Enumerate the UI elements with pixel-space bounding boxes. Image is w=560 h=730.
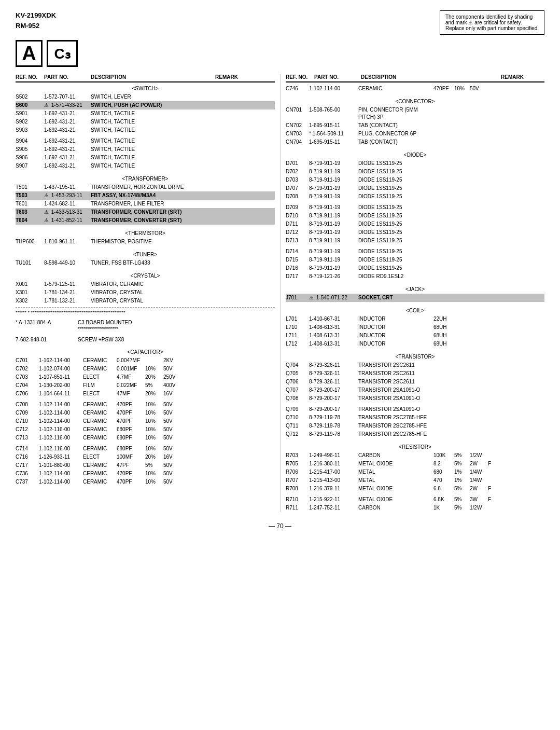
section-header: <CRYSTAL>	[16, 273, 275, 279]
spacer	[16, 225, 275, 227]
spacer	[286, 348, 544, 351]
table-row: C7131-102-116-00CERAMIC680PF10%50V	[16, 434, 275, 442]
table-row: R7101-215-922-11METAL OXIDE6.8K5%3WF	[286, 495, 544, 504]
table-row: T604⚠ 1-431-852-11TRANSFORMER, CONVERTER…	[16, 216, 275, 225]
separator-line	[16, 307, 275, 308]
table-row: T503⚠ 1-453-293-11FBT ASSY, NX-1748//M3A…	[16, 191, 275, 200]
section-header: <CONNECTOR>	[286, 99, 544, 104]
spacer	[286, 281, 544, 283]
submodel-number: RM-952	[16, 21, 56, 31]
table-row: L7101-408-613-31INDUCTOR68UH	[286, 323, 544, 332]
table-row: D7148-719-911-19DIODE 1SS119-25	[286, 247, 544, 256]
table-row: TU1018-598-449-10TUNER, FSS BTF-LG433	[16, 259, 275, 267]
table-row: C7101-102-114-00CERAMIC470PF10%50V	[16, 417, 275, 425]
table-row: X3011-781-134-21VIBRATOR, CRYSTAL	[16, 288, 275, 297]
section-header: <TRANSFORMER>	[16, 176, 275, 182]
section-header: <THERMISTOR>	[16, 230, 275, 236]
table-row: Q7078-729-200-17TRANSISTOR 2SA1091-O	[286, 386, 544, 394]
table-row: D7138-719-911-19DIODE 1SS119-25	[286, 237, 544, 245]
table-row: R7031-249-496-11CARBON100K5%1/2W	[286, 451, 544, 460]
spacer	[16, 170, 275, 173]
table-row: C7081-102-114-00CERAMIC470PF10%50V	[16, 401, 275, 409]
left-col-headers: REF. NO. PART NO. DESCRIPTION REMARK	[16, 74, 275, 82]
table-row: S9051-692-431-21SWITCH, TACTILE	[16, 145, 275, 154]
table-row: Q7068-729-326-11TRANSISTOR 2SC2611	[286, 378, 544, 386]
section-header: <CAPACITOR>	[16, 349, 275, 355]
section-header: <RESISTOR>	[286, 444, 544, 450]
section-header: <SWITCH>	[16, 86, 275, 91]
table-row: T6011-424-682-11TRANSFORMER, LINE FILTER	[16, 200, 275, 208]
note2-row: * A-1331-884-AC3 BOARD MOUNTED	[16, 320, 275, 325]
section-header: <DIODE>	[286, 152, 544, 158]
table-row: L7111-408-613-31INDUCTOR68UH	[286, 332, 544, 340]
table-row: D7088-719-911-19DIODE 1SS119-25	[286, 192, 544, 201]
safety-notice: The components identified by shading and…	[440, 10, 544, 35]
table-row: C7121-102-116-00CERAMIC680PF10%50V	[16, 425, 275, 434]
table-row: S600⚠ 1-571-433-21SWITCH, PUSH (AC POWER…	[16, 101, 275, 109]
spacer	[16, 333, 275, 336]
table-row: Q7108-729-119-78TRANSISTOR 2SC2785-HFE	[286, 414, 544, 422]
table-row: S9061-692-431-21SWITCH, TACTILE	[16, 154, 275, 162]
table-row: Q7058-729-326-11TRANSISTOR 2SC2611	[286, 369, 544, 378]
section-header: <TRANSISTOR>	[286, 354, 544, 360]
table-row: CN703* 1-564-509-11PLUG, CONNECTOR 6P	[286, 130, 544, 138]
table-row: S9031-692-431-21SWITCH, TACTILE	[16, 126, 275, 134]
table-row: C7041-130-202-00FILM0.022MF5%400V	[16, 381, 275, 390]
note2-row: 7-682-948-01SCREW +PSW 3X8	[16, 337, 275, 342]
spacer	[286, 302, 544, 305]
spacer	[16, 343, 275, 346]
table-row: R7061-215-417-00METAL6801%1/4W	[286, 468, 544, 476]
table-row: C7091-102-114-00CERAMIC470PF10%50V	[16, 409, 275, 417]
right-col-headers: REF. NO. PART NO. DESCRIPTION REMARK	[286, 74, 544, 82]
section-header: <COIL>	[286, 308, 544, 313]
spacer	[16, 267, 275, 270]
logo-row: A C₃	[16, 40, 544, 67]
model-number: KV-2199XDK	[16, 10, 56, 21]
table-row: C7371-102-114-00CERAMIC470PF10%50V	[16, 478, 275, 486]
table-row: D7018-719-911-19DIODE 1SS119-25	[286, 159, 544, 168]
page-number: — 70 —	[16, 522, 544, 530]
logo-c3: C₃	[47, 40, 78, 67]
table-row: D7118-719-911-19DIODE 1SS119-25	[286, 220, 544, 228]
page-header: KV-2199XDK RM-952 The components identif…	[16, 10, 544, 35]
table-row: C7011-162-114-00CERAMIC0.0047MF2KV	[16, 356, 275, 365]
table-row: CN7011-508-765-00PIN, CONNECTOR (5MM PIT…	[286, 106, 544, 121]
table-row: J701⚠ 1-540-071-22SOCKET, CRT	[286, 294, 544, 302]
table-row: R7081-216-379-11METAL OXIDE6.85%2WF	[286, 485, 544, 493]
spacer	[16, 246, 275, 249]
table-row: D7108-719-911-19DIODE 1SS119-25	[286, 212, 544, 220]
model-info: KV-2199XDK RM-952	[16, 10, 56, 31]
table-row: C7461-102-114-00CERAMIC470PF10%50V	[286, 85, 544, 93]
table-row: S9021-692-431-21SWITCH, TACTILE	[16, 118, 275, 126]
table-row: R7071-215-413-00METAL4701%1/4W	[286, 476, 544, 485]
table-row: D7158-719-911-19DIODE 1SS119-25	[286, 256, 544, 264]
table-row: D7168-719-911-19DIODE 1SS119-25	[286, 264, 544, 272]
logo-a: A	[16, 40, 43, 67]
table-row: D7098-719-911-19DIODE 1SS119-25	[286, 203, 544, 212]
left-column: REF. NO. PART NO. DESCRIPTION REMARK <SW…	[16, 74, 280, 512]
table-row: CN7021-695-915-11TAB (CONTACT)	[286, 121, 544, 130]
right-section-content: C7461-102-114-00CERAMIC470PF10%50V<CONNE…	[286, 85, 544, 512]
table-row: C7031-107-651-11ELECT4.7MF20%250V	[16, 373, 275, 381]
table-row: S9071-692-431-21SWITCH, TACTILE	[16, 162, 275, 170]
table-row: T603⚠ 1-433-513-31TRANSFORMER, CONVERTER…	[16, 208, 275, 216]
table-row: C7361-102-114-00CERAMIC470PF10%50V	[16, 470, 275, 478]
table-row: R7111-247-752-11CARBON1K5%1/2W	[286, 504, 544, 512]
table-row: D7028-719-911-19DIODE 1SS119-25	[286, 168, 544, 176]
note-row: ****** * *******************************…	[16, 310, 275, 315]
note3-row: ********************	[16, 326, 275, 332]
table-row: S9011-692-431-21SWITCH, TACTILE	[16, 109, 275, 118]
spacer	[16, 316, 275, 319]
table-row: D7078-719-911-19DIODE 1SS119-25	[286, 184, 544, 192]
spacer	[286, 438, 544, 441]
table-row: Q7098-729-200-17TRANSISTOR 2SA1091-O	[286, 405, 544, 414]
table-row: R7051-216-380-11METAL OXIDE8.25%2WF	[286, 460, 544, 468]
table-row: D7128-719-911-19DIODE 1SS119-25	[286, 228, 544, 237]
spacer	[286, 146, 544, 149]
table-row: Q7088-729-200-17TRANSISTOR 2SA1091-O	[286, 394, 544, 403]
section-header: <TUNER>	[16, 252, 275, 257]
table-row: S5021-572-707-11SWITCH, LEVER	[16, 93, 275, 101]
table-row: C7021-102-074-00CERAMIC0.001MF10%50V	[16, 365, 275, 373]
table-row: X0011-579-125-11VIBRATOR, CERAMIC	[16, 280, 275, 288]
table-row: Q7128-729-119-78TRANSISTOR 2SC2785-HFE	[286, 430, 544, 438]
